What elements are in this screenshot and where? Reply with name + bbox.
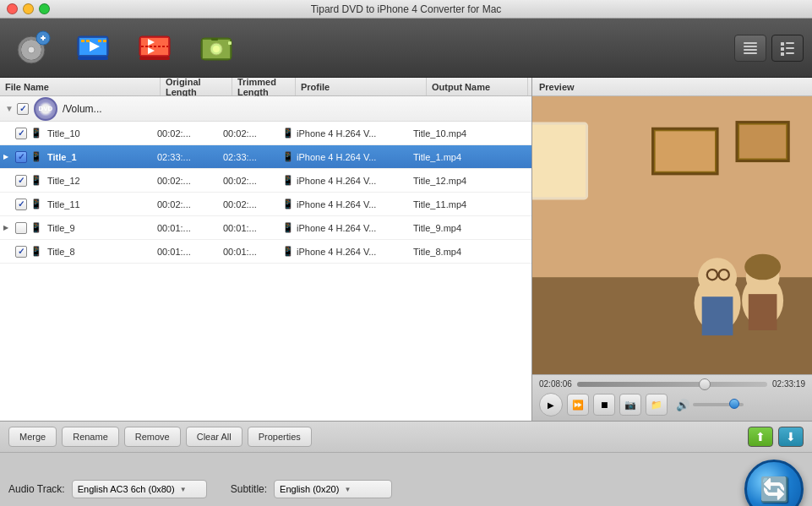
view-controls [734, 35, 804, 62]
main-content: File Name Original Length Trimmed Length… [0, 78, 812, 422]
row-profile: iPhone 4 H.264 V... [297, 128, 376, 139]
row-profile-icon: 📱 [282, 175, 294, 186]
row-original: 00:02:... [154, 176, 220, 186]
stop-button[interactable]: ⏹ [593, 394, 615, 416]
time-start: 02:08:06 [539, 379, 572, 389]
svg-rect-27 [744, 42, 757, 44]
svg-rect-6 [42, 35, 44, 41]
row-checkbox[interactable] [15, 128, 27, 139]
move-down-button[interactable]: ⬇ [778, 427, 804, 447]
svg-rect-29 [744, 49, 757, 51]
camera-button[interactable]: 📷 [619, 394, 641, 416]
svg-rect-26 [228, 41, 232, 45]
video-editor-button[interactable] [70, 24, 119, 73]
col-output-header: Output Name [427, 78, 528, 95]
phone-icon: 📱 [29, 175, 44, 186]
volume-area: 🔊 [676, 399, 744, 411]
file-list-body[interactable]: ▼ DVD /Volum... 📱 Title_10 00:02:... 00:… [0, 96, 531, 421]
svg-rect-48 [702, 297, 733, 335]
time-end: 02:33:19 [772, 379, 805, 389]
player-buttons: ▶ ⏩ ⏹ 📷 📁 🔊 [539, 393, 805, 416]
svg-rect-12 [98, 40, 101, 42]
dvd-checkbox[interactable] [17, 103, 29, 115]
table-row[interactable]: 📱 Title_11 00:02:... 00:02:... 📱 iPhone … [0, 193, 531, 216]
row-output: Title_8.mp4 [410, 247, 494, 257]
detail-view-button[interactable] [771, 35, 804, 62]
row-output: Title_9.mp4 [410, 223, 494, 233]
table-row[interactable]: 📱 Title_8 00:01:... 00:01:... 📱 iPhone 4… [0, 240, 531, 264]
table-row[interactable]: ▶ 📱 Title_9 00:01:... 00:01:... 📱 iPhone… [0, 216, 531, 240]
folder-button[interactable]: 📁 [646, 394, 668, 416]
svg-rect-13 [103, 40, 106, 42]
row-trimmed: 00:01:... [220, 247, 279, 257]
row-profile-icon: 📱 [282, 199, 294, 209]
row-profile: iPhone 4 H.264 V... [297, 247, 376, 257]
clip-button[interactable] [132, 24, 181, 73]
row-expand-icon: ▶ [0, 153, 12, 161]
move-up-button[interactable]: ⬆ [748, 427, 773, 447]
clear-all-button[interactable]: Clear All [186, 427, 243, 447]
row-checkbox[interactable] [15, 222, 27, 234]
table-row[interactable]: 📱 Title_10 00:02:... 00:02:... 📱 iPhone … [0, 122, 531, 145]
row-original: 00:01:... [154, 247, 220, 257]
table-row[interactable]: ▶ 📱 Title_1 02:33:... 02:33:... 📱 iPhone… [0, 145, 531, 169]
row-title: Title_9 [44, 223, 154, 233]
col-original-header: Original Length [161, 78, 232, 95]
row-output: Title_1.mp4 [410, 152, 494, 162]
load-dvd-button[interactable] [8, 24, 57, 73]
volume-icon: 🔊 [676, 399, 689, 411]
toolbar [0, 19, 812, 78]
svg-rect-33 [781, 47, 784, 51]
audio-track-select[interactable]: English AC3 6ch (0x80) [72, 480, 207, 498]
close-button[interactable] [7, 3, 18, 14]
svg-rect-41 [532, 125, 586, 198]
bottom-options: Audio Track: English AC3 6ch (0x80) Subt… [0, 453, 812, 506]
svg-rect-45 [739, 125, 786, 159]
svg-rect-30 [744, 52, 757, 54]
row-expand-icon: ▶ [0, 224, 12, 231]
minimize-button[interactable] [23, 3, 34, 14]
remove-button[interactable]: Remove [124, 427, 181, 447]
player-controls: 02:08:06 02:33:19 ▶ ⏩ ⏹ 📷 📁 🔊 [532, 374, 812, 421]
svg-rect-43 [656, 131, 715, 171]
row-checkbox[interactable] [15, 246, 27, 258]
row-trimmed: 00:02:... [220, 176, 279, 186]
convert-button[interactable]: 🔄 [744, 460, 804, 506]
row-checkbox[interactable] [15, 199, 27, 210]
file-list-panel: File Name Original Length Trimmed Length… [0, 78, 532, 421]
svg-rect-11 [86, 40, 90, 42]
row-profile: iPhone 4 H.264 V... [297, 152, 376, 162]
maximize-button[interactable] [39, 3, 50, 14]
preview-label: Preview [532, 78, 812, 96]
row-profile-icon: 📱 [282, 222, 294, 233]
list-view-button[interactable] [734, 35, 766, 62]
row-title: Title_10 [44, 128, 154, 139]
fast-forward-button[interactable]: ⏩ [567, 394, 589, 416]
properties-button[interactable]: Properties [248, 427, 312, 447]
row-trimmed: 00:02:... [220, 199, 279, 209]
timeline-thumb[interactable] [699, 378, 711, 390]
svg-point-3 [28, 46, 35, 53]
row-profile-icon: 📱 [282, 246, 294, 257]
timeline-track[interactable] [577, 382, 767, 387]
snapshot-button[interactable] [193, 24, 243, 73]
svg-rect-31 [781, 42, 784, 46]
phone-icon: 📱 [29, 151, 44, 162]
preview-panel: Preview [532, 78, 812, 421]
volume-thumb[interactable] [729, 399, 739, 409]
clip-icon [136, 28, 177, 68]
volume-track[interactable] [693, 403, 744, 406]
row-title: Title_11 [44, 199, 154, 209]
table-row[interactable]: 📱 Title_12 00:02:... 00:02:... 📱 iPhone … [0, 169, 531, 193]
row-checkbox[interactable] [15, 151, 27, 163]
dvd-root-row[interactable]: ▼ DVD /Volum... [0, 96, 531, 122]
play-button[interactable]: ▶ [539, 393, 563, 416]
svg-point-24 [213, 46, 220, 52]
row-original: 00:02:... [154, 128, 220, 139]
dvd-disc-icon: DVD [34, 97, 57, 121]
merge-button[interactable]: Merge [8, 427, 57, 447]
subtitle-select[interactable]: English (0x20) [274, 480, 392, 498]
row-checkbox[interactable] [15, 175, 27, 187]
rename-button[interactable]: Rename [62, 427, 119, 447]
convert-icon: 🔄 [760, 476, 789, 503]
